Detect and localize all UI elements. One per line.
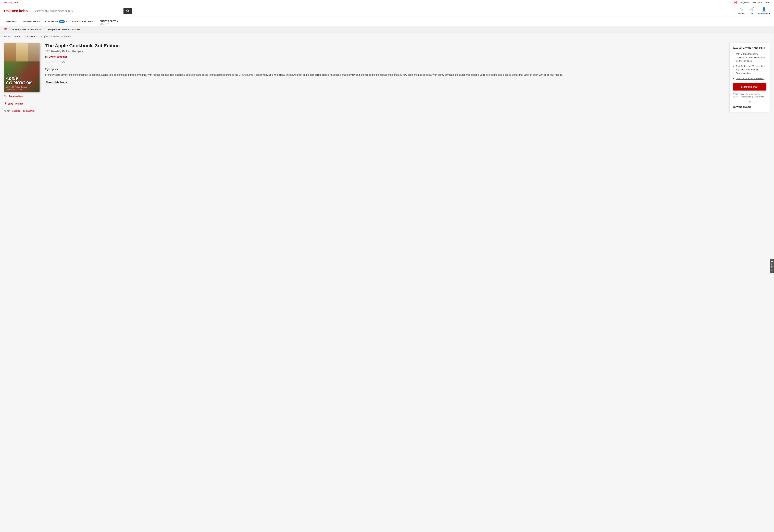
rating-count: (0) [62, 61, 65, 64]
breadcrumb-sep-1: / [11, 35, 12, 38]
main-content: The AppleCOOKBOOK 125 Freshly Picked Rec… [0, 40, 774, 121]
main-nav: eBOOKS AUDIOBOOKS KOBO PLUS NEW APPS & e… [0, 17, 774, 26]
logo-text: Rakuten kobo [4, 9, 28, 13]
start-trial-button[interactable]: Start free trial* [733, 83, 766, 91]
book-cover-author: OLWEN WOODIER [4, 89, 40, 92]
heart-icon: ♡ [740, 7, 743, 12]
learn-more-link[interactable]: Learn more about Kobo Plus [736, 77, 764, 80]
search-bar [31, 8, 132, 14]
star-4: ☆ [55, 60, 58, 64]
language-chevron-icon: ▾ [748, 1, 750, 4]
or-text: or [749, 100, 751, 103]
breadcrumb-sep-2: / [23, 35, 23, 38]
nav-super-points-container: SUPER POINTS Balance: 0 [97, 17, 120, 26]
account-icon: 👤 [762, 7, 766, 12]
book-actions: 🔍 Preview Now ⬇ Save Preview [4, 95, 41, 107]
book-title: The Apple Cookbook, 3rd Edition [45, 43, 725, 49]
kobo-plus-card: Available with Kobo Plus With a Kobo Plu… [729, 43, 770, 112]
cover-image-3 [28, 43, 40, 61]
svg-rect-0 [734, 1, 734, 4]
svg-rect-2 [736, 1, 737, 4]
save-preview-button[interactable]: ⬇ Save Preview [4, 102, 41, 107]
svg-line-5 [128, 11, 129, 12]
help-link[interactable]: Help [765, 1, 770, 4]
search-button[interactable] [123, 8, 132, 14]
breadcrumb-sep-3: / [36, 35, 37, 38]
or-divider: or [733, 100, 766, 103]
kobo-plus-bullet-2: Try it for free for 30 days, then pay on… [736, 65, 766, 75]
canada-flag-icon [734, 1, 737, 4]
breadcrumb: Home / eBooks / Nonfiction / The Apple C… [0, 33, 774, 40]
breadcrumb-nonfiction[interactable]: Nonfiction [25, 35, 35, 38]
nav-kobo-plus[interactable]: KOBO PLUS NEW [43, 18, 69, 26]
preview-now-button[interactable]: 🔍 Preview Now [4, 95, 41, 100]
buy-ebook-title: Buy the eBook [733, 105, 766, 108]
book-cover-sub: 125 Freshly Picked Recipes [4, 86, 40, 89]
ranking-info: #19 in Nonfiction, Food & Drink [4, 110, 41, 112]
nav-ebooks[interactable]: eBOOKS [4, 18, 20, 26]
book-author: by Olwen Woodier [45, 55, 725, 58]
kobo-plus-bullet-3: Learn more about Kobo Plus › [736, 77, 766, 80]
cart-button[interactable]: 🛒 Cart [749, 7, 754, 15]
search-input[interactable] [31, 8, 123, 14]
top-bar: Get $15, John! English ▾ Gift Cards Help [0, 0, 774, 5]
book-author-link[interactable]: Olwen Woodier [49, 55, 67, 58]
book-cover: The AppleCOOKBOOK 125 Freshly Picked Rec… [4, 43, 40, 92]
synopsis-title: Synopsis [45, 68, 725, 71]
wishlist-label: Wishlist [738, 12, 745, 15]
middle-column: The Apple Cookbook, 3rd Edition 125 Fres… [45, 43, 725, 115]
breadcrumb-home[interactable]: Home [4, 35, 10, 38]
promo-text: Get $15, John! [4, 1, 19, 4]
star-3: ☆ [52, 60, 55, 64]
cover-image-1 [4, 43, 16, 61]
star-5: ☆ [59, 60, 61, 64]
ranking-cat1-link[interactable]: Nonfiction [11, 110, 20, 112]
promo-bar: 🚩 Get DAILY DEALS and more! See your REC… [0, 26, 774, 33]
left-column: The AppleCOOKBOOK 125 Freshly Picked Rec… [4, 43, 41, 115]
kobo-plus-title: Available with Kobo Plus [733, 46, 766, 50]
kobo-plus-bullet-1: With a Kobo Plus Read subscription, read… [736, 52, 766, 63]
chevron-right-icon: › [764, 77, 765, 80]
nav-super-points-balance: Balance: 0 [97, 23, 109, 26]
about-title: About this book [45, 81, 725, 84]
star-1: ☆ [45, 60, 48, 64]
trial-disclaimer: *The free trial offer is not valid in Qu… [733, 93, 766, 98]
download-icon: ⬇ [4, 102, 6, 105]
language-label: English [740, 1, 748, 4]
wishlist-button[interactable]: ♡ Wishlist [738, 7, 745, 15]
book-subtitle: 125 Freshly Picked Recipes [45, 50, 725, 53]
top-bar-right: English ▾ Gift Cards Help [734, 1, 770, 4]
breadcrumb-ebooks[interactable]: eBooks [14, 35, 21, 38]
header-actions: ♡ Wishlist 🛒 Cart 👤 My Account ▾ [738, 7, 770, 15]
ranking-number: #19 in [4, 110, 10, 112]
logo[interactable]: Rakuten kobo [4, 9, 28, 13]
or-line-right [752, 102, 766, 102]
account-button[interactable]: 👤 My Account ▾ [758, 7, 770, 15]
star-rating: ☆ ☆ ☆ ☆ ☆ (0) [45, 60, 725, 64]
cart-icon: 🛒 [749, 7, 754, 12]
cart-label: Cart [750, 12, 754, 15]
account-label: My Account ▾ [758, 12, 770, 15]
book-cover-title: The AppleCOOKBOOK [4, 72, 40, 86]
cover-image-2 [16, 43, 28, 61]
gift-cards-link[interactable]: Gift Cards [753, 1, 763, 4]
kobo-plus-badge: NEW [59, 20, 65, 23]
language-selector[interactable]: English ▾ [740, 1, 750, 4]
breadcrumb-current: The Apple Cookbook, 3rd Edition [39, 35, 71, 38]
right-column: Available with Kobo Plus With a Kobo Plu… [729, 43, 770, 115]
promo-flag-icon: 🚩 [4, 28, 7, 31]
book-cover-images [4, 43, 40, 61]
promo-divider [44, 28, 44, 31]
star-2: ☆ [49, 60, 51, 64]
nav-apps-ereaders[interactable]: APPS & eREADERS [70, 18, 97, 26]
header: Rakuten kobo ♡ Wishlist 🛒 Cart 👤 My Acco… [0, 5, 774, 17]
synopsis-text: From sweet to savory and from breakfast … [45, 73, 725, 77]
kobo-plus-list: With a Kobo Plus Read subscription, read… [733, 52, 766, 80]
recommendations-link[interactable]: See your RECOMMENDATIONS [48, 28, 80, 31]
search-icon [126, 9, 129, 12]
ranking-cat2-link[interactable]: Food & Drink [22, 110, 34, 112]
daily-deals-link[interactable]: Get DAILY DEALS and more! [11, 28, 41, 31]
preview-icon: 🔍 [4, 95, 7, 98]
nav-super-points[interactable]: SUPER POINTS [97, 17, 120, 23]
nav-audiobooks[interactable]: AUDIOBOOKS [20, 18, 42, 26]
